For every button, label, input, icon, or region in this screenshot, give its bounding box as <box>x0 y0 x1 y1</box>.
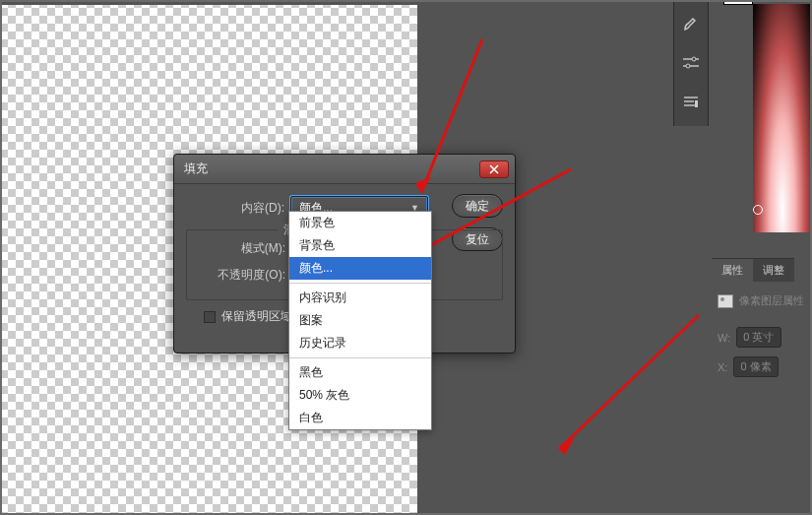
dropdown-separator <box>289 283 431 284</box>
dropdown-item[interactable]: 背景色 <box>289 234 431 257</box>
dropdown-item[interactable]: 颜色... <box>289 257 431 280</box>
paragraph-icon[interactable] <box>680 93 702 112</box>
panel-tabs: 属性 调整 <box>712 258 812 282</box>
props-icon-row: 像素图层属性 <box>712 293 812 308</box>
tab-adjust[interactable]: 调整 <box>753 258 794 282</box>
docked-tool-strip <box>673 0 709 126</box>
sliders-icon[interactable] <box>680 53 702 73</box>
close-button[interactable] <box>479 161 509 178</box>
svg-marker-13 <box>559 437 575 455</box>
canvas-top-edge <box>0 0 417 5</box>
svg-point-3 <box>686 64 690 68</box>
props-width-row: W: 0 英寸 <box>712 327 812 348</box>
x-label: X: <box>718 361 727 373</box>
preserve-transparency-checkbox[interactable] <box>204 311 216 323</box>
content-dropdown-list[interactable]: 前景色背景色颜色...内容识别图案历史记录黑色50% 灰色白色 <box>288 211 432 430</box>
content-label: 内容(D): <box>186 200 290 217</box>
dropdown-separator <box>289 357 431 358</box>
dropdown-item[interactable]: 黑色 <box>289 361 431 384</box>
props-caption: 像素图层属性 <box>739 293 804 308</box>
dialog-title: 填充 <box>184 161 208 177</box>
picker-ring-icon <box>753 205 763 215</box>
mode-label: 模式(M): <box>187 240 291 257</box>
dialog-titlebar[interactable]: 填充 <box>174 155 515 184</box>
dropdown-item[interactable]: 内容识别 <box>289 287 431 309</box>
x-field[interactable]: 0 像素 <box>733 356 779 377</box>
color-gradient-picker[interactable] <box>753 4 812 232</box>
ok-button[interactable]: 确定 <box>452 194 503 218</box>
brush-icon[interactable] <box>680 14 702 33</box>
props-x-row: X: 0 像素 <box>712 356 812 377</box>
layer-thumb-icon <box>718 294 733 308</box>
dropdown-item[interactable]: 白色 <box>289 407 431 429</box>
dropdown-item[interactable]: 50% 灰色 <box>289 384 431 407</box>
width-field[interactable]: 0 英寸 <box>736 327 781 348</box>
color-swatch[interactable] <box>723 0 753 5</box>
dropdown-item[interactable]: 图案 <box>289 309 431 332</box>
opacity-label: 不透明度(O): <box>187 267 291 284</box>
dropdown-item[interactable]: 历史记录 <box>289 332 431 354</box>
color-panel <box>712 0 812 252</box>
svg-point-1 <box>692 57 696 61</box>
w-label: W: <box>718 332 730 344</box>
svg-rect-7 <box>695 100 698 107</box>
dropdown-item[interactable]: 前景色 <box>289 212 431 234</box>
tab-properties[interactable]: 属性 <box>712 258 753 282</box>
